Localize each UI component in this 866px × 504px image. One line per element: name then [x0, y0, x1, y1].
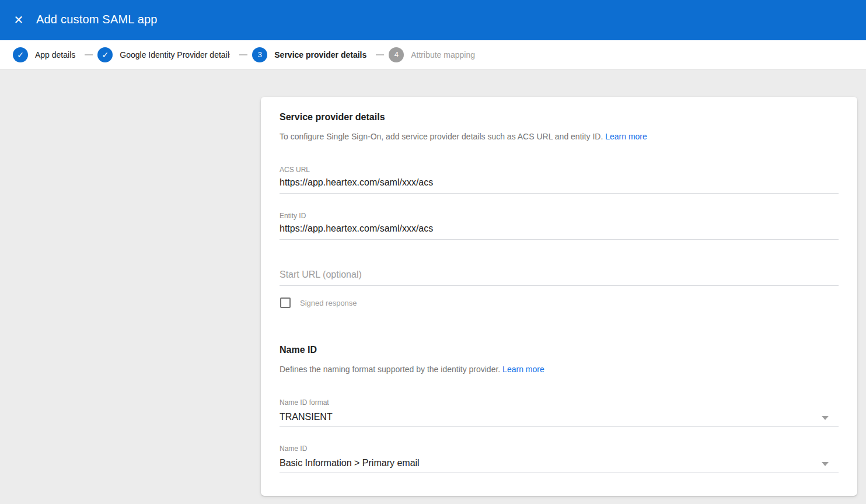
- step-label: Google Identity Provider details: [120, 50, 230, 60]
- section-description: To configure Single Sign-On, add service…: [280, 132, 647, 141]
- entity-id-label: Entity ID: [280, 212, 306, 220]
- acs-url-input[interactable]: [280, 176, 839, 194]
- name-id-format-select[interactable]: TRANSIENT: [280, 412, 839, 435]
- name-id-format-label: Name ID format: [280, 398, 329, 407]
- name-id-format-value: TRANSIENT: [280, 412, 333, 422]
- learn-more-link[interactable]: Learn more: [502, 365, 544, 374]
- field-underline: [280, 473, 839, 473]
- entity-id-input[interactable]: [280, 222, 839, 240]
- step-number-circle: 3: [252, 47, 267, 62]
- step-attribute-mapping[interactable]: 4 Attribute mapping: [389, 47, 475, 62]
- section-description: Defines the naming format supported by t…: [280, 365, 544, 374]
- dropdown-arrow-icon: [822, 416, 829, 420]
- acs-url-label: ACS URL: [280, 166, 310, 174]
- step-google-idp-details[interactable]: ✓ Google Identity Provider details: [97, 47, 230, 62]
- step-completed-circle: ✓: [97, 47, 113, 62]
- name-id-select[interactable]: Basic Information > Primary email: [280, 458, 839, 481]
- step-separator: [239, 54, 247, 55]
- step-app-details[interactable]: ✓ App details: [13, 47, 75, 62]
- field-underline: [280, 426, 839, 427]
- section-title-service-provider-details: Service provider details: [280, 112, 385, 123]
- description-text: Defines the naming format supported by t…: [280, 365, 500, 374]
- stepper: ✓ App details ✓ Google Identity Provider…: [0, 40, 866, 69]
- check-icon: ✓: [102, 51, 109, 59]
- step-label: Attribute mapping: [411, 50, 475, 60]
- step-label: App details: [35, 50, 75, 60]
- step-separator: [85, 54, 93, 55]
- dropdown-arrow-icon: [822, 462, 829, 466]
- name-id-label: Name ID: [280, 444, 307, 453]
- step-completed-circle: ✓: [13, 47, 28, 62]
- signed-response-label: Signed response: [300, 299, 357, 307]
- step-label: Service provider details: [274, 50, 366, 60]
- start-url-input[interactable]: [280, 268, 839, 286]
- description-text: To configure Single Sign-On, add service…: [280, 132, 603, 141]
- step-service-provider-details[interactable]: 3 Service provider details: [252, 47, 366, 62]
- dialog-title: Add custom SAML app: [36, 13, 158, 26]
- check-icon: ✓: [17, 51, 24, 59]
- dialog-header: ✕ Add custom SAML app: [0, 0, 866, 40]
- section-title-name-id: Name ID: [280, 345, 317, 355]
- step-number-circle: 4: [389, 47, 404, 62]
- step-separator: [376, 54, 384, 55]
- name-id-value: Basic Information > Primary email: [280, 458, 420, 468]
- service-provider-details-panel: Service provider details To configure Si…: [261, 97, 857, 496]
- signed-response-checkbox[interactable]: [280, 298, 291, 308]
- close-icon[interactable]: ✕: [11, 12, 27, 28]
- learn-more-link[interactable]: Learn more: [605, 132, 647, 141]
